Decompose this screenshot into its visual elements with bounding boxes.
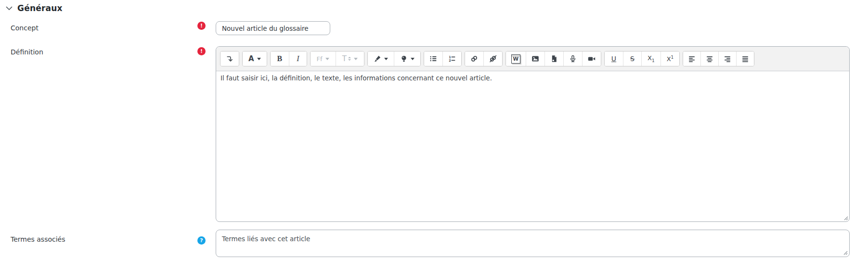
definition-row: Définition ! A (0, 46, 868, 222)
styles-label: A (248, 55, 254, 63)
justify-icon (741, 55, 749, 63)
strikethrough-button[interactable]: S (623, 52, 641, 66)
concept-row: Concept ! (0, 21, 868, 35)
word-document-icon: W (511, 54, 520, 64)
concept-field-col (216, 21, 850, 35)
glossary-entry-form: Généraux Concept ! Définition ! (0, 0, 868, 259)
video-camera-icon (588, 55, 596, 63)
definition-label: Définition (11, 46, 43, 56)
definition-text: Il faut saisir ici, la définition, le te… (220, 74, 492, 82)
superscript-button[interactable]: X1 (661, 52, 680, 66)
resize-handle-icon[interactable] (842, 250, 848, 255)
highlight-color-button[interactable] (394, 52, 420, 66)
align-right-icon (724, 55, 731, 63)
underline-label: U (611, 55, 616, 62)
chevron-down-icon (6, 6, 13, 11)
insert-image-button[interactable] (526, 52, 544, 66)
align-left-icon (688, 55, 696, 63)
caret-down-icon (257, 58, 261, 60)
record-video-button[interactable] (582, 52, 601, 66)
collapse-section-toggle[interactable] (6, 6, 13, 11)
paragraph-styles-button[interactable]: A (243, 52, 267, 66)
bold-button[interactable]: B (271, 52, 289, 66)
section-title: Généraux (17, 3, 63, 13)
related-terms-row: Termes associés ? (0, 230, 868, 257)
concept-label-col: Concept ! (0, 21, 216, 32)
font-family-button[interactable]: Ff (311, 52, 336, 66)
caret-down-icon (411, 58, 415, 60)
numbered-list-icon: 12 (448, 55, 456, 63)
definition-field-col: A B I Ff (216, 46, 850, 222)
bold-label: B (277, 55, 283, 63)
font-size-button[interactable]: T (336, 52, 364, 66)
unlink-button[interactable] (483, 52, 502, 66)
word-import-button[interactable]: W (506, 52, 526, 66)
editor-toolbar: A B I Ff (216, 47, 849, 71)
svg-text:2: 2 (449, 59, 451, 63)
align-right-button[interactable] (718, 52, 736, 66)
toolbar-group-links (465, 51, 503, 66)
caret-down-icon (384, 58, 388, 60)
caret-down-icon (325, 58, 329, 60)
resize-handle-icon[interactable] (843, 215, 848, 220)
section-header-general: Généraux (0, 0, 868, 14)
justify-button[interactable] (736, 52, 754, 66)
toolbar-group-basic: B I (270, 51, 307, 66)
italic-button[interactable]: I (289, 52, 306, 66)
ordered-list-button[interactable]: 12 (442, 52, 461, 66)
toolbar-group-media: W (505, 51, 601, 66)
italic-label: I (297, 55, 299, 63)
subscript-label: X1 (648, 55, 655, 63)
toolbar-group-align (683, 51, 754, 66)
help-icon[interactable]: ? (197, 236, 206, 245)
toolbar-group-collapse (220, 51, 239, 66)
lightbulb-icon (400, 55, 408, 63)
related-terms-label: Termes associés (11, 230, 65, 243)
definition-label-col: Définition ! (0, 46, 216, 56)
collapse-arrow-icon (226, 55, 233, 63)
rich-text-editor: A B I Ff (216, 46, 850, 222)
toolbar-group-lists: 12 (424, 51, 462, 66)
concept-label: Concept (11, 21, 39, 32)
unlink-icon (489, 55, 497, 63)
bullet-list-icon (429, 55, 437, 63)
link-icon (470, 55, 478, 63)
concept-input[interactable] (216, 21, 330, 35)
unordered-list-button[interactable] (424, 52, 442, 66)
font-color-button[interactable] (368, 52, 394, 66)
strikethrough-label: S (630, 55, 635, 62)
toolbar-group-text-format: U S X1 X1 (604, 51, 680, 66)
font-family-label: Ff (317, 56, 323, 62)
required-icon[interactable]: ! (197, 47, 206, 55)
caret-down-icon (354, 58, 358, 60)
font-size-label: T (342, 55, 347, 63)
related-terms-label-col: Termes associés ? (0, 230, 216, 245)
definition-editor-content[interactable]: Il faut saisir ici, la définition, le te… (216, 71, 849, 221)
align-center-icon (706, 55, 713, 63)
size-arrows-icon (348, 57, 351, 61)
toolbar-group-color (367, 51, 421, 66)
toolbar-group-font: Ff T (310, 51, 364, 66)
align-center-button[interactable] (700, 52, 718, 66)
media-file-icon (550, 55, 558, 63)
record-audio-button[interactable] (563, 52, 582, 66)
superscript-label: X1 (667, 55, 674, 62)
required-icon[interactable]: ! (197, 22, 206, 30)
collapse-toolbar-button[interactable] (220, 52, 239, 66)
paintbrush-icon (374, 55, 381, 63)
microphone-icon (569, 55, 577, 63)
subscript-button[interactable]: X1 (641, 52, 661, 66)
underline-button[interactable]: U (605, 52, 623, 66)
related-terms-field-col (216, 230, 850, 257)
align-left-button[interactable] (683, 52, 700, 66)
toolbar-group-styles: A (242, 51, 267, 66)
image-icon (531, 55, 539, 63)
link-button[interactable] (465, 52, 483, 66)
related-terms-textarea[interactable] (216, 230, 850, 257)
insert-media-button[interactable] (544, 52, 563, 66)
